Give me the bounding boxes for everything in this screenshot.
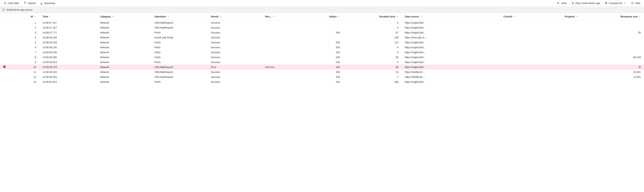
cell-duration: 5 (343, 50, 402, 55)
invite-button[interactable]: Invite (556, 1, 567, 5)
cell-__icon (0, 20, 12, 25)
cell-time: 14:58:48.453 (39, 70, 97, 74)
header-res[interactable]: Res... (262, 13, 296, 20)
chevron-down-icon (167, 16, 169, 18)
cell-id: 5 (12, 40, 39, 45)
cell-time: 14:58:48.236 (39, 50, 97, 55)
cell-responsesize: 13,352 (581, 74, 644, 80)
header-control[interactable]: Control (456, 13, 519, 20)
header-time[interactable]: Time (39, 13, 97, 20)
chevron-down-icon (576, 16, 578, 18)
cell-property (518, 25, 581, 30)
svg-point-18 (3, 9, 4, 9)
info-icon (2, 8, 5, 11)
cell-status: 200 (296, 74, 343, 80)
cell-responsesize (581, 35, 644, 40)
header-property[interactable]: Property (518, 13, 581, 20)
download-icon (40, 2, 43, 4)
chevron-down-icon (338, 16, 340, 18)
header-category[interactable]: Category (97, 13, 151, 20)
cell-result: Success (208, 25, 262, 30)
cell-responsesize (581, 45, 644, 50)
download-button[interactable]: Download (40, 1, 55, 5)
invite-icon (557, 2, 560, 4)
filter-icon (631, 2, 634, 4)
table-row[interactable]: 914:58:48.324NetworkFetchSuccess2004http… (0, 60, 644, 65)
cell-result: Success (208, 70, 262, 74)
cell-category: Network (97, 30, 151, 35)
header-operation[interactable]: Operation (151, 13, 208, 20)
cell-status: 200 (296, 70, 343, 74)
cell-datasource: https://orgbe1fed... (402, 20, 456, 25)
table-row[interactable]: 1014:58:48.378NetworkXMLHttpRequestError… (0, 65, 644, 70)
filter-label: Filter (635, 2, 640, 4)
cell-__icon (0, 30, 12, 35)
cell-operation: Fetch (151, 55, 208, 60)
cell-control (456, 50, 519, 55)
header-responsesize[interactable]: Response size (581, 13, 644, 20)
cell-datasource: https://orgbe1fed... (402, 25, 456, 30)
cell-control (456, 30, 519, 35)
cell-duration: 5 (343, 20, 402, 25)
cell-operation: Fetch (151, 30, 208, 35)
cell-operation: AssetLoad.Script (151, 35, 208, 40)
header-status[interactable]: Status (296, 13, 343, 20)
table-row[interactable]: 1214:58:48.494NetworkXMLHttpRequestSucce… (0, 74, 644, 80)
play-icon (572, 2, 574, 4)
cell-status: 200 (296, 50, 343, 55)
invite-label: Invite (561, 2, 567, 4)
cell-property (518, 74, 581, 80)
cell-result: Success (208, 40, 262, 45)
filter-button[interactable]: Filter (630, 1, 641, 5)
header-res-label: Res... (265, 15, 272, 18)
close-icon (4, 2, 6, 4)
table-row[interactable]: 714:58:48.236NetworkFetchSuccess2005http… (0, 50, 644, 55)
cell-status (296, 35, 343, 40)
cell-res (262, 40, 296, 45)
cell-operation: Fetch (151, 80, 208, 84)
svg-point-14 (631, 2, 633, 4)
cell-property (518, 70, 581, 74)
header-control-label: Control (504, 15, 512, 18)
table-row[interactable]: 1314:58:50.922NetworkFetchSuccess200348h… (0, 80, 644, 84)
header-id[interactable]: Id (12, 13, 39, 20)
monitor-table: Id Time Category Operation Result Res...… (0, 13, 644, 84)
table-row[interactable]: 514:58:48.233NetworkFetchSuccess200115ht… (0, 40, 644, 45)
compact-list-button[interactable]: Compact list (604, 1, 627, 5)
cell-responsesize: 69,143 (581, 55, 644, 60)
cell-status: 200 (296, 80, 343, 84)
cell-responsesize (581, 60, 644, 65)
table-row[interactable]: 614:58:48.235NetworkFetchSuccess2004http… (0, 45, 644, 50)
cell-property (518, 30, 581, 35)
cell-duration: 2 (343, 74, 402, 80)
header-duration[interactable]: Duration (ms) (343, 13, 402, 20)
header-duration-label: Duration (ms) (379, 15, 395, 18)
play-button[interactable]: Play model-driven app (571, 1, 600, 5)
cell-id: 6 (12, 45, 39, 50)
table-row[interactable]: 814:58:48.296NetworkFetchSuccess20092htt… (0, 55, 644, 60)
cell-id: 3 (12, 30, 39, 35)
cell-result: Success (208, 35, 262, 40)
cell-__icon (0, 65, 12, 70)
table-row[interactable]: 1114:58:48.453NetworkXMLHttpRequestSucce… (0, 70, 644, 74)
cell-id: 2 (12, 25, 39, 30)
cell-control (456, 70, 519, 74)
table-row[interactable]: 114:58:47.167NetworkXMLHttpRequestSucces… (0, 20, 644, 25)
session-bar: Model-driven app session (0, 6, 644, 13)
cell-control (456, 74, 519, 80)
table-row[interactable]: 214:58:47.167NetworkXMLHttpRequestSucces… (0, 25, 644, 30)
cell-res (262, 35, 296, 40)
cell-time: 14:58:50.922 (39, 80, 97, 84)
header-result[interactable]: Result (208, 13, 262, 20)
header-datasource[interactable]: Data source (402, 13, 456, 20)
table-row[interactable]: 314:58:47.771NetworkFetchSuccess20087htt… (0, 30, 644, 35)
cell-duration: 4 (343, 25, 402, 30)
clear-data-button[interactable]: Clear data (3, 1, 20, 5)
cell-property (518, 60, 581, 65)
compact-list-label: Compact list (609, 2, 622, 4)
play-label: Play model-driven app (576, 2, 600, 4)
header-row: Id Time Category Operation Result Res...… (0, 13, 644, 20)
table-row[interactable]: 414:58:48.106NetworkAssetLoad.ScriptSucc… (0, 35, 644, 40)
upload-button[interactable]: Upload (23, 1, 36, 5)
session-bar-label: Model-driven app session (6, 8, 32, 11)
